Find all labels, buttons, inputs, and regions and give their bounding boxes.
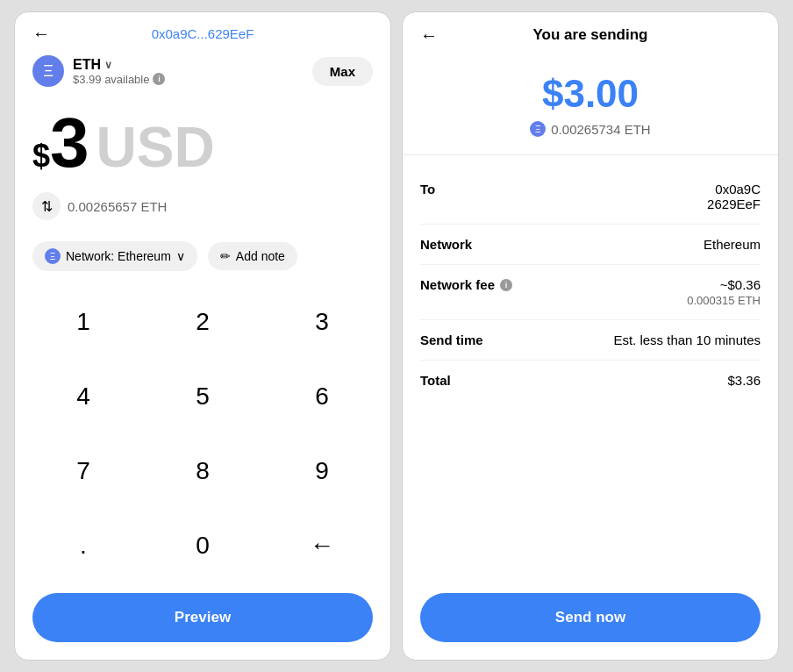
token-balance: $3.99 available i [73,73,165,86]
fee-usd: ~$0.36 [687,277,761,292]
sending-eth-row: Ξ 0.00265734 ETH [530,121,650,137]
amount-value: 3 [50,108,89,178]
fee-label-container: Network fee i [420,277,512,292]
dollar-sign: $ [32,138,50,175]
total-label: Total [420,373,451,388]
send-time-row: Send time Est. less than 10 minutes [420,320,761,361]
to-address-line1: 0x0a9C [707,182,761,197]
wallet-address[interactable]: 0x0a9C...629EeF [152,26,254,41]
token-info: Ξ ETH ∨ $3.99 available i [32,55,165,87]
back-button[interactable]: ← [32,24,50,44]
network-value: Ethereum [704,237,761,252]
options-row: Ξ Network: Ethereum ∨ ✏ Add note [15,234,390,285]
numpad-key-dot[interactable]: . [24,508,143,583]
fee-label: Network fee [420,277,495,292]
currency-label: USD [96,119,215,175]
swap-button[interactable]: ⇅ [32,192,61,220]
eth-icon: Ξ [32,55,64,87]
sending-usd: $3.00 [542,72,639,116]
preview-button[interactable]: Preview [32,593,373,642]
numpad-key-9[interactable]: 9 [262,434,382,509]
swap-icon: ⇅ [41,198,53,215]
eth-equivalent: 0.00265657 ETH [68,199,167,214]
numpad-key-5[interactable]: 5 [143,360,262,434]
sending-eth: 0.00265734 ETH [551,122,650,137]
confirm-back-button[interactable]: ← [420,25,438,46]
fee-value-container: ~$0.36 0.000315 ETH [687,277,761,307]
balance-info-icon[interactable]: i [153,73,165,85]
network-button[interactable]: Ξ Network: Ethereum ∨ [32,241,197,271]
sending-amount-section: $3.00 Ξ 0.00265734 ETH [403,51,778,155]
network-eth-icon: Ξ [45,248,61,264]
eth-amount-row: ⇅ 0.00265657 ETH [15,185,390,234]
confirm-screen: ← You are sending $3.00 Ξ 0.00265734 ETH… [402,11,779,661]
add-note-label: Add note [236,249,285,263]
to-label: To [420,182,435,197]
fee-info-icon[interactable]: i [500,279,512,291]
confirm-header: ← You are sending [403,12,778,51]
network-chevron: ∨ [176,249,185,263]
send-screen: ← 0x0a9C...629EeF Ξ ETH ∨ $3.99 availabl… [14,11,391,661]
network-label: Network [420,237,472,252]
details-section: To 0x0a9C 2629EeF Network Ethereum Netwo… [403,155,778,583]
total-value: $3.36 [727,373,761,388]
send-time-label: Send time [420,332,483,347]
sending-eth-icon: Ξ [530,121,546,137]
add-note-button[interactable]: ✏ Add note [208,242,297,270]
to-address: 0x0a9C 2629EeF [707,182,761,211]
fee-eth: 0.000315 ETH [687,294,761,307]
numpad-key-1[interactable]: 1 [24,285,143,360]
amount-display: $ 3 USD [15,94,390,185]
send-header: ← 0x0a9C...629EeF [15,12,390,48]
numpad-key-8[interactable]: 8 [143,434,262,509]
numpad-key-4[interactable]: 4 [24,360,143,434]
numpad-key-0[interactable]: 0 [143,508,262,583]
token-name[interactable]: ETH ∨ [73,57,165,73]
numpad: 123456789.0← [15,285,390,583]
fee-row: Network fee i ~$0.36 0.000315 ETH [420,265,761,320]
pencil-icon: ✏ [220,249,231,263]
network-label: Network: Ethereum [66,249,171,263]
numpad-key-3[interactable]: 3 [262,285,382,360]
numpad-key-7[interactable]: 7 [24,434,143,509]
total-row: Total $3.36 [420,361,761,400]
network-row: Network Ethereum [420,225,761,265]
send-now-button[interactable]: Send now [420,593,761,642]
token-chevron: ∨ [104,59,112,71]
to-address-line2: 2629EeF [707,197,761,211]
numpad-key-backspace[interactable]: ← [262,508,382,583]
to-row: To 0x0a9C 2629EeF [420,169,761,225]
send-time-value: Est. less than 10 minutes [613,332,761,347]
max-button[interactable]: Max [312,57,373,86]
numpad-key-6[interactable]: 6 [262,360,382,434]
token-details: ETH ∨ $3.99 available i [73,57,165,86]
confirm-title: You are sending [533,26,648,44]
token-row: Ξ ETH ∨ $3.99 available i Max [15,48,390,94]
numpad-key-2[interactable]: 2 [143,285,262,360]
